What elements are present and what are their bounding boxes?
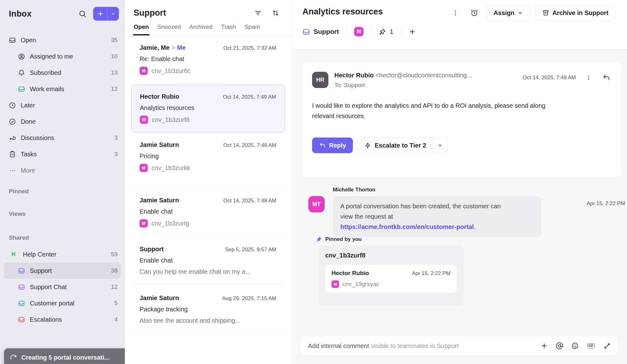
sidebar-item-subscribed[interactable]: Subscribed 13	[0, 65, 125, 81]
sidebar-item-later[interactable]: Later	[0, 97, 125, 113]
conversation-subject: Analytics resources	[140, 104, 276, 112]
sidebar-item-done[interactable]: Done	[0, 113, 125, 130]
emoji-button[interactable]	[571, 342, 579, 350]
sidebar-item-open[interactable]: Open 35	[0, 32, 125, 48]
archive-button[interactable]: Archive in Support	[536, 5, 615, 21]
expand-composer-button[interactable]	[603, 342, 611, 350]
tag-badge-m: M	[140, 116, 148, 124]
attach-button[interactable]	[540, 342, 548, 350]
assign-label: Assign	[493, 9, 514, 17]
list-title: Support	[134, 8, 166, 18]
sidebar-item-label: Assigned to me	[30, 53, 73, 60]
conversation-row[interactable]: Jamie Saturn Oct 14, 2025, 7:48 AM Prici…	[125, 133, 291, 186]
sidebar-item-more[interactable]: More	[0, 162, 125, 179]
list-header: Support Open Snoozed Archived Trash Spam	[125, 0, 291, 36]
message-header: HR Hector Rubio <hector@cloudcontentcons…	[312, 72, 611, 89]
conversation-subject: Package tracking	[140, 306, 276, 313]
thread-scroll-area[interactable]: HR Hector Rubio <hector@cloudcontentcons…	[292, 49, 627, 364]
message-card: HR Hector Rubio <hector@cloudcontentcons…	[302, 62, 621, 178]
ellipsis-icon	[9, 167, 16, 174]
assign-button[interactable]: Assign	[487, 5, 529, 21]
pinned-card[interactable]: cnv_1b3zurf8 Hector Rubio Apr 15, 2:22 P…	[318, 246, 464, 306]
check-circle-icon	[9, 118, 16, 125]
message-body: I would like to explore the analytics an…	[312, 101, 611, 121]
add-tag-chip[interactable]	[401, 28, 423, 35]
comment-bubble: A portal conversation has been created, …	[333, 196, 541, 237]
snooze-button[interactable]	[468, 7, 481, 19]
sidebar-item-count: 59	[111, 251, 118, 258]
clock-icon	[9, 102, 16, 109]
compose-button[interactable]	[93, 7, 108, 21]
section-shared: Shared	[0, 234, 125, 241]
conversation-row[interactable]: Jamie, Me>Me Oct 21, 2025, 7:32 AM Re: E…	[125, 36, 291, 85]
conversation-date: Oct 14, 2025, 7:48 AM	[223, 198, 276, 204]
tab-open[interactable]: Open	[134, 23, 149, 35]
mention-button[interactable]	[555, 342, 564, 350]
sidebar-item-escalations[interactable]: Escalations 4	[0, 311, 125, 328]
chevron-down-icon	[518, 10, 523, 16]
sidebar-item-assigned-to-me[interactable]: Assigned to me 10	[0, 48, 125, 65]
conversation-row[interactable]: Support Sep 5, 2025, 9:57 AM Enable chat…	[125, 235, 291, 284]
kebab-icon	[452, 9, 459, 16]
archive-icon	[542, 9, 549, 16]
toast-label: Creating 5 portal conversati...	[21, 354, 109, 361]
sort-button[interactable]	[271, 8, 280, 18]
sidebar-item-label: Support Chat	[30, 283, 67, 291]
smiley-icon	[571, 342, 579, 350]
portal-link[interactable]: https://acme.frontkb.com/en/customer-por…	[340, 223, 474, 230]
escalate-button[interactable]: Escalate to Tier 2	[358, 138, 432, 153]
comment-time: Apr 15, 2:22 PM	[587, 200, 625, 207]
compose-menu-button[interactable]	[108, 7, 119, 21]
message-from: Hector Rubio <hector@cloudcontentconsult…	[334, 72, 472, 79]
sidebar-item-help-center[interactable]: H Help Center 59	[0, 246, 125, 263]
chevron-down-icon	[111, 11, 116, 16]
chat-bubbles-icon	[9, 134, 16, 142]
list-tabs: Open Snoozed Archived Trash Spam	[134, 23, 291, 36]
sidebar-item-count: 10	[111, 53, 118, 60]
inbox-chip-support[interactable]: Support	[302, 28, 346, 36]
pinned-by-you-label: Pinned by you	[316, 236, 362, 242]
thread-more-button[interactable]	[449, 7, 462, 19]
sidebar-item-count: 13	[111, 69, 118, 76]
sidebar-item-count: 12	[111, 283, 118, 290]
tab-spam[interactable]: Spam	[244, 23, 260, 35]
pinned-label-text: Pinned by you	[325, 236, 362, 242]
search-button[interactable]	[76, 8, 89, 20]
sidebar-item-label: More	[21, 167, 35, 174]
tab-snoozed[interactable]: Snoozed	[157, 23, 181, 35]
tag-badge-m: M	[140, 164, 148, 172]
sidebar-item-support[interactable]: Support 38	[4, 263, 121, 279]
sidebar-item-label: Escalations	[30, 316, 62, 323]
sidebar-item-tasks[interactable]: Tasks 3	[0, 146, 125, 162]
comment-author: Michelle Thorton	[333, 187, 622, 193]
sidebar-item-work-emails[interactable]: Work emails 12	[0, 81, 125, 97]
sidebar-item-customer-portal[interactable]: Customer portal 5	[0, 295, 125, 311]
help-center-badge: H	[9, 250, 18, 259]
tab-archived[interactable]: Archived	[189, 23, 213, 35]
conversation-row-selected[interactable]: Hector Rubio Oct 14, 2025, 7:49 AM Analy…	[131, 85, 285, 133]
gif-button[interactable]: GIF	[586, 342, 596, 350]
message-date: Oct 14, 2025, 7:49 AM	[523, 75, 576, 81]
message-more-button[interactable]	[585, 74, 593, 82]
tag-chip-m[interactable]: M	[346, 27, 371, 36]
pin-count-chip[interactable]: 1	[371, 28, 401, 35]
sidebar-item-support-chat[interactable]: Support Chat 12	[0, 279, 125, 295]
conversation-row[interactable]: Jamie Saturn Oct 14, 2025, 7:48 AM Enabl…	[125, 186, 291, 235]
message-reply-icon-button[interactable]	[602, 73, 611, 82]
escalate-menu-button[interactable]	[433, 138, 447, 153]
tab-trash[interactable]: Trash	[221, 23, 236, 35]
escalate-label: Escalate to Tier 2	[375, 142, 426, 149]
inbox-icon	[302, 28, 310, 36]
at-sign-icon	[556, 342, 563, 350]
sidebar-item-count: 35	[111, 37, 118, 44]
conversation-row[interactable]: Jamie Saturn Aug 29, 2025, 7:15 AM Packa…	[125, 284, 291, 333]
filter-button[interactable]	[253, 8, 263, 18]
internal-comment-composer[interactable]: Add internal comment visible to teammate…	[300, 336, 619, 356]
tag-badge-m: M	[354, 27, 364, 36]
sidebar-item-count: 3	[114, 134, 118, 141]
reply-button[interactable]: Reply	[312, 138, 353, 153]
sidebar-item-discussions[interactable]: Discussions 3	[0, 130, 125, 146]
sidebar-item-count: 3	[114, 151, 118, 158]
sidebar-item-count: 4	[114, 316, 118, 323]
pinned-inner-card[interactable]: Hector Rubio Apr 15, 2:22 PM M cnv_19grs…	[325, 265, 457, 293]
